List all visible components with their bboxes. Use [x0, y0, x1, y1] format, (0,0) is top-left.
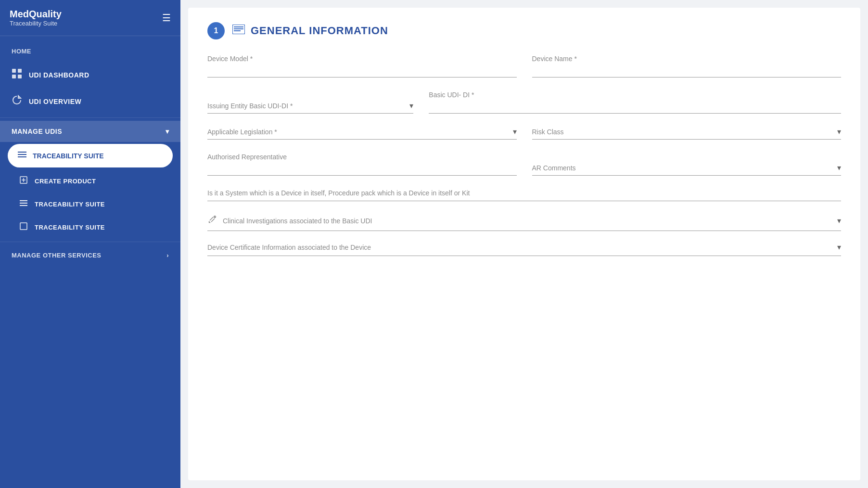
- main-content: 1 GENERAL INFORMATION Device Model * Dev…: [180, 0, 868, 488]
- svg-line-21: [211, 218, 215, 222]
- form-row-3: Applicable Legislation * ▾ Risk Class ▾: [207, 127, 841, 140]
- home-label: HOME: [12, 48, 31, 55]
- sidebar-item-udi-overview[interactable]: UDI OVERVIEW: [0, 88, 180, 115]
- create-product-icon: [19, 176, 28, 186]
- authorised-representative-label: Authorised Representative: [207, 153, 517, 161]
- brand-subtitle: Traceability Suite: [10, 20, 62, 27]
- traceability-suite-active-label: TRACEABILITY SUITE: [33, 152, 104, 160]
- traceability-3-icon: [19, 222, 28, 232]
- applicable-legislation-field[interactable]: Applicable Legislation * ▾: [207, 127, 517, 140]
- syringe-icon: [207, 215, 217, 227]
- issuing-entity-label: Issuing Entity Basic UDI-DI *: [207, 102, 293, 110]
- form-row-system: Is it a System which is a Device in itse…: [207, 189, 841, 201]
- udi-dashboard-label: UDI DASHBOARD: [29, 71, 89, 79]
- traceability-2-icon: [19, 199, 28, 209]
- manage-other-label: MANAGE OTHER SERVICES: [12, 252, 102, 259]
- basic-udi-input[interactable]: [429, 101, 841, 110]
- svg-line-20: [210, 217, 213, 220]
- sidebar-item-create-product[interactable]: CREATE PRODUCT: [0, 169, 180, 193]
- section-header-icon: [232, 25, 245, 37]
- svg-rect-1: [18, 69, 22, 73]
- sidebar-nav: HOME UDI DASHBOARD UDI OVERVIEW: [0, 36, 180, 270]
- issuing-entity-arrow-icon: ▾: [409, 101, 413, 110]
- sidebar-item-home[interactable]: HOME: [0, 41, 180, 62]
- sidebar-header: MedQuality Traceability Suite ☰: [0, 0, 180, 36]
- content-area: 1 GENERAL INFORMATION Device Model * Dev…: [188, 8, 860, 480]
- system-text: Is it a System which is a Device in itse…: [207, 189, 841, 197]
- sidebar-item-manage-other-services[interactable]: MANAGE OTHER SERVICES ›: [0, 245, 180, 266]
- svg-rect-12: [20, 205, 27, 206]
- sidebar-item-udi-dashboard[interactable]: UDI DASHBOARD: [0, 62, 180, 88]
- clinical-investigations-row[interactable]: Clinical Investigations associated to th…: [207, 215, 841, 231]
- device-cert-arrow-icon: ▾: [837, 243, 841, 252]
- svg-rect-17: [234, 30, 241, 31]
- basic-udi-field: Basic UDI- DI *: [429, 91, 841, 114]
- risk-class-label: Risk Class: [532, 128, 564, 136]
- svg-rect-10: [20, 200, 27, 201]
- applicable-legislation-arrow-icon: ▾: [513, 127, 517, 136]
- form-row-1: Device Model * Device Name *: [207, 55, 841, 77]
- svg-rect-16: [234, 28, 243, 29]
- hamburger-menu-icon[interactable]: ☰: [162, 12, 171, 24]
- clinical-investigations-label: Clinical Investigations associated to th…: [223, 217, 831, 225]
- udi-overview-label: UDI OVERVIEW: [29, 98, 81, 105]
- svg-rect-15: [234, 26, 243, 27]
- authorised-representative-field: Authorised Representative: [207, 153, 517, 176]
- manage-udis-label: MANAGE UDIS: [12, 128, 62, 135]
- form-row-2: Issuing Entity Basic UDI-DI * ▾ Basic UD…: [207, 91, 841, 114]
- device-model-input[interactable]: [207, 64, 517, 74]
- device-name-field: Device Name *: [532, 55, 842, 77]
- manage-udis-left: MANAGE UDIS: [12, 128, 62, 135]
- create-product-label: CREATE PRODUCT: [35, 178, 96, 185]
- svg-rect-4: [18, 152, 26, 153]
- ar-comments-field[interactable]: AR Comments ▾: [532, 163, 842, 176]
- brand: MedQuality Traceability Suite: [10, 9, 62, 27]
- sidebar-item-traceability-suite-active[interactable]: TRACEABILITY SUITE: [8, 144, 173, 167]
- applicable-legislation-label: Applicable Legislation *: [207, 128, 277, 136]
- basic-udi-label: Basic UDI- DI *: [429, 91, 841, 99]
- svg-rect-0: [12, 69, 16, 73]
- section-title: GENERAL INFORMATION: [251, 25, 388, 37]
- risk-class-arrow-icon: ▾: [837, 127, 841, 136]
- manage-other-arrow-icon: ›: [166, 252, 169, 259]
- section-number: 1: [207, 22, 225, 39]
- clinical-investigations-arrow-icon: ▾: [837, 216, 841, 225]
- svg-rect-3: [18, 75, 22, 78]
- section-header: 1 GENERAL INFORMATION: [207, 22, 841, 39]
- dashboard-icon: [12, 68, 22, 81]
- brand-name: MedQuality: [10, 9, 62, 20]
- sidebar-item-traceability-suite-2[interactable]: TRACEABILITY SUITE: [0, 193, 180, 216]
- ar-comments-label: AR Comments: [532, 164, 576, 172]
- risk-class-field[interactable]: Risk Class ▾: [532, 127, 842, 140]
- svg-rect-2: [12, 75, 16, 78]
- sidebar-item-traceability-suite-3[interactable]: TRACEABILITY SUITE: [0, 216, 180, 239]
- device-cert-label: Device Certificate Information associate…: [207, 244, 371, 251]
- device-name-label: Device Name *: [532, 55, 842, 63]
- form-row-4: Authorised Representative AR Comments ▾: [207, 153, 841, 176]
- nav-divider-1: [0, 117, 180, 118]
- issuing-entity-field[interactable]: Issuing Entity Basic UDI-DI * ▾: [207, 101, 413, 114]
- ar-comments-arrow-icon: ▾: [837, 163, 841, 172]
- manage-udis-arrow-icon: ▾: [166, 128, 169, 135]
- svg-rect-6: [18, 156, 26, 157]
- device-model-field: Device Model *: [207, 55, 517, 77]
- svg-rect-13: [20, 223, 27, 230]
- sidebar: MedQuality Traceability Suite ☰ HOME UDI…: [0, 0, 180, 488]
- traceability-2-label: TRACEABILITY SUITE: [35, 201, 105, 208]
- system-field: Is it a System which is a Device in itse…: [207, 189, 841, 201]
- sidebar-item-manage-udis[interactable]: MANAGE UDIS ▾: [0, 121, 180, 142]
- device-model-label: Device Model *: [207, 55, 517, 63]
- traceability-active-icon: [17, 150, 27, 162]
- nav-divider-2: [0, 242, 180, 242]
- overview-icon: [12, 95, 22, 108]
- svg-rect-11: [20, 203, 27, 204]
- device-name-input[interactable]: [532, 64, 842, 74]
- authorised-representative-input[interactable]: [207, 163, 517, 172]
- device-cert-row[interactable]: Device Certificate Information associate…: [207, 243, 841, 256]
- traceability-3-label: TRACEABILITY SUITE: [35, 224, 105, 231]
- svg-rect-5: [18, 154, 26, 155]
